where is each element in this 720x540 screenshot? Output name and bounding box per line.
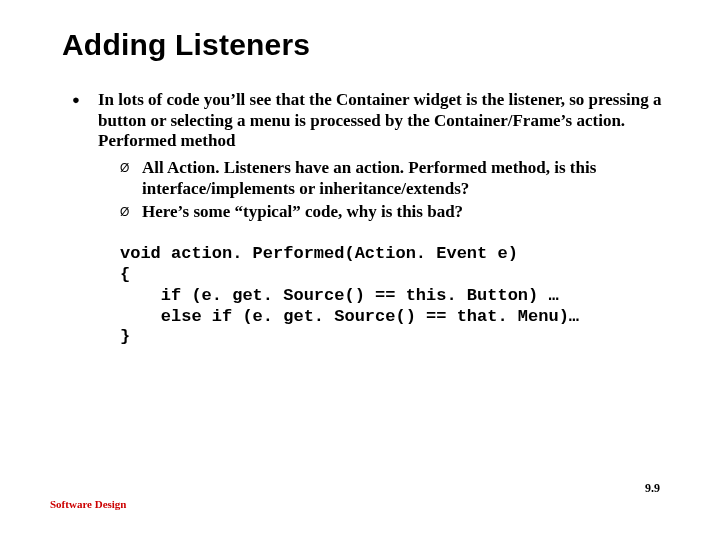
sub-bullet-text: All Action. Listeners have an action. Pe… (142, 158, 670, 199)
sub-bullet: Ø All Action. Listeners have an action. … (120, 158, 670, 199)
code-block: void action. Performed(Action. Event e) … (120, 244, 670, 348)
sub-bullets: Ø All Action. Listeners have an action. … (120, 158, 670, 222)
slide-body: ● In lots of code you’ll see that the Co… (72, 90, 670, 348)
sub-bullet-marker: Ø (120, 202, 142, 223)
slide-title: Adding Listeners (62, 28, 670, 62)
bullet-marker: ● (72, 90, 98, 152)
bullet-level-1: ● In lots of code you’ll see that the Co… (72, 90, 670, 152)
slide: Adding Listeners ● In lots of code you’l… (0, 0, 720, 540)
bullet-text: In lots of code you’ll see that the Cont… (98, 90, 670, 152)
page-number: 9.9 (645, 481, 660, 496)
sub-bullet-marker: Ø (120, 158, 142, 199)
sub-bullet: Ø Here’s some “typical” code, why is thi… (120, 202, 670, 223)
sub-bullet-text: Here’s some “typical” code, why is this … (142, 202, 463, 223)
footer-text: Software Design (50, 498, 126, 510)
